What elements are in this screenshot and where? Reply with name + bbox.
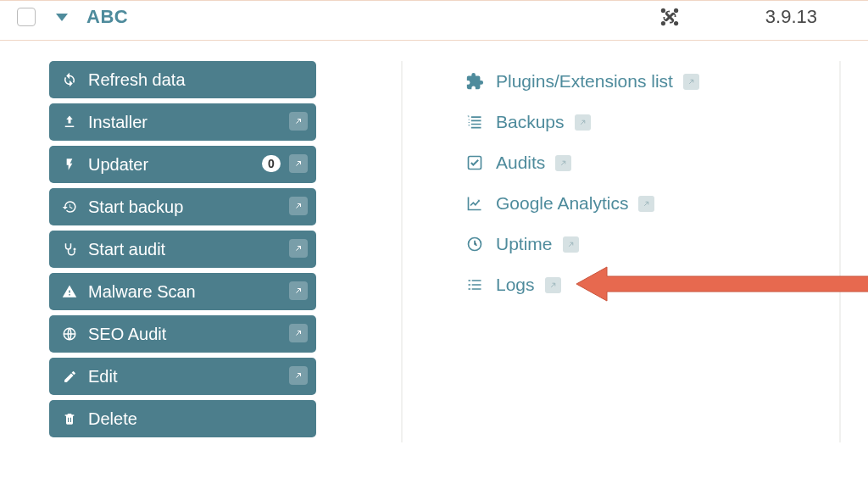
refresh-icon	[59, 72, 80, 87]
external-link-icon[interactable]	[289, 154, 308, 173]
link-label: Plugins/Extensions list	[496, 71, 673, 92]
link-label: Logs	[496, 275, 535, 295]
delete-button[interactable]: Delete	[49, 400, 316, 437]
external-link-icon[interactable]	[289, 197, 308, 215]
button-label: Start backup	[88, 197, 183, 217]
svg-point-0	[661, 8, 665, 13]
svg-point-1	[674, 8, 678, 13]
svg-point-2	[661, 21, 665, 25]
button-label: Edit	[88, 367, 117, 387]
malware-scan-button[interactable]: Malware Scan	[49, 273, 316, 310]
cms-version: 3.9.13	[765, 6, 817, 28]
button-label: Installer	[88, 113, 147, 132]
button-label: Delete	[88, 409, 137, 429]
button-label: SEO Audit	[88, 325, 166, 344]
svg-point-3	[674, 21, 678, 25]
external-link-icon[interactable]	[289, 281, 308, 300]
button-label: Malware Scan	[88, 282, 196, 302]
button-label: Refresh data	[88, 70, 186, 90]
link-label: Uptime	[496, 234, 553, 254]
plugins-link[interactable]: Plugins/Extensions list	[464, 61, 839, 102]
svg-point-4	[74, 248, 76, 251]
upload-icon	[59, 114, 80, 130]
trash-icon	[59, 411, 80, 426]
globe-icon	[59, 326, 80, 342]
actions-column: Refresh data Installer Updater 0	[0, 61, 403, 442]
site-name-link[interactable]: ABC	[86, 6, 128, 28]
audits-link[interactable]: Audits	[464, 142, 839, 183]
external-link-icon[interactable]	[563, 236, 579, 253]
external-link-icon[interactable]	[289, 112, 308, 131]
updater-count-badge: 0	[262, 155, 281, 172]
expanded-panel: Refresh data Installer Updater 0	[0, 41, 868, 442]
refresh-data-button[interactable]: Refresh data	[49, 61, 316, 98]
uptime-link[interactable]: Uptime	[464, 224, 839, 264]
list-icon	[464, 276, 486, 293]
edit-button[interactable]: Edit	[49, 358, 316, 395]
pencil-icon	[59, 370, 80, 384]
button-label: Updater	[88, 155, 148, 175]
history-icon	[59, 199, 80, 214]
link-label: Google Analytics	[496, 193, 628, 214]
expand-caret-icon[interactable]	[56, 14, 68, 21]
seo-audit-button[interactable]: SEO Audit	[49, 315, 316, 353]
external-link-icon[interactable]	[289, 239, 308, 258]
installer-button[interactable]: Installer	[49, 103, 316, 141]
check-square-icon	[464, 154, 486, 171]
start-backup-button[interactable]: Start backup	[49, 188, 316, 225]
site-row: ABC 3.9.13	[0, 0, 868, 41]
external-link-icon[interactable]	[638, 196, 654, 212]
link-label: Backups	[496, 112, 565, 132]
logs-link[interactable]: Logs	[464, 264, 839, 305]
external-link-icon[interactable]	[683, 74, 699, 90]
updater-button[interactable]: Updater 0	[49, 146, 316, 183]
external-link-icon[interactable]	[575, 114, 591, 131]
google-analytics-link[interactable]: Google Analytics	[464, 183, 839, 224]
links-column: Plugins/Extensions list Backups Audits	[403, 61, 841, 442]
stethoscope-icon	[59, 242, 80, 257]
warning-icon	[59, 284, 80, 299]
select-site-checkbox[interactable]	[17, 8, 36, 26]
clock-icon	[464, 236, 486, 253]
external-link-icon[interactable]	[555, 155, 571, 171]
external-link-icon[interactable]	[289, 324, 308, 342]
link-label: Audits	[496, 153, 545, 173]
button-label: Start audit	[88, 240, 165, 259]
list-ol-icon	[464, 114, 486, 131]
external-link-icon[interactable]	[545, 277, 561, 293]
joomla-icon	[659, 6, 681, 28]
bolt-icon	[59, 157, 80, 172]
external-link-icon[interactable]	[289, 366, 308, 385]
chart-line-icon	[464, 195, 486, 212]
backups-link[interactable]: Backups	[464, 102, 839, 142]
start-audit-button[interactable]: Start audit	[49, 231, 316, 268]
puzzle-icon	[464, 72, 486, 91]
